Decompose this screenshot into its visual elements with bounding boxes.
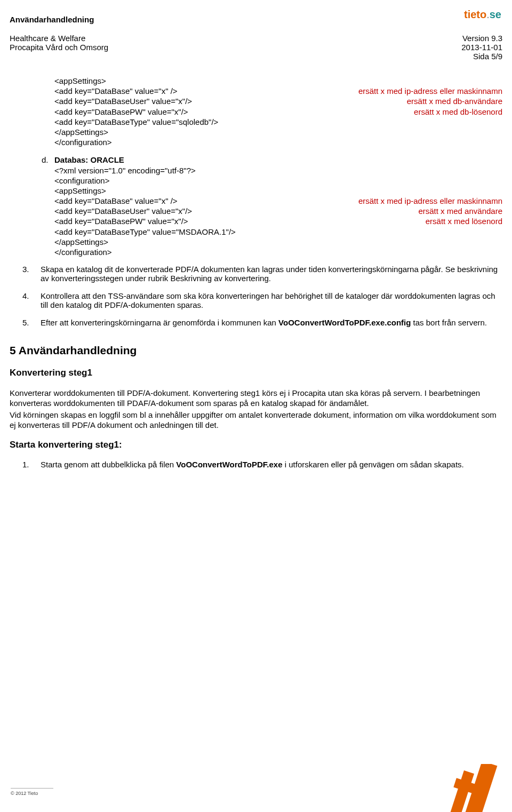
cfg-comment: ersätt x med användare [418,206,502,216]
cfg-line: <add key="DataBasePW" value="x"/> [54,216,188,226]
logo: tieto.se [464,9,501,21]
step-text: Kontrollera att den TSS-användare som sk… [41,291,502,309]
cfg-comment: ersätt x med ip-adress eller maskinnamn [358,196,502,206]
config-block-oracle: d. Databas: ORACLE <?xml version="1.0" e… [42,155,502,257]
config-block-title: Databas: ORACLE [54,155,124,165]
step-text: Efter att konverteringskörningarna är ge… [41,318,502,327]
step-num: 4. [22,291,41,309]
step-num: 5. [22,318,41,327]
footer-copyright: © 2012 Tieto [11,788,53,796]
doc-title: Användarhandledning [10,15,502,24]
cfg-line: <add key="DataBasePW" value="x"/> [54,107,188,117]
header-right-3: Sida 5/9 [473,52,502,61]
footer-logo [405,764,512,812]
cfg-line: <add key="DataBaseUser" value="x"/> [54,206,192,216]
section-5-sub1: Konvertering steg1 [10,368,502,378]
cfg-line: <add key="DataBaseUser" value="x"/> [54,96,192,106]
step-num: 1. [22,460,41,469]
step-text-bold: VoOConvertWordToPDF.exe [176,460,282,469]
section-5-title: 5 Användarhandledning [10,344,502,357]
config-block-sqloledb: <appSettings> <add key="DataBase" value=… [42,76,502,147]
section-5-sub2: Starta konvertering steg1: [10,440,502,450]
cfg-line: <appSettings> [54,76,502,86]
cfg-comment: ersätt x med db-lösenord [414,107,502,117]
step-text-c: tas bort från servern. [411,318,487,327]
section-5-para1: Konverterar worddokumenten till PDF/A-do… [10,388,502,408]
step-num: 3. [22,265,41,283]
cfg-line: </appSettings> [54,127,502,137]
header-left-2: Procapita Vård och Omsorg [10,43,108,52]
cfg-line: </configuration> [54,137,502,147]
step-text-c: i utforskaren eller på genvägen om sådan… [283,460,464,469]
step-text: Starta genom att dubbelklicka på filen V… [41,460,502,469]
step-text-bold: VoOConvertWordToPDF.exe.config [278,318,411,327]
cfg-line: <?xml version="1.0" encoding="utf-8"?> [54,165,502,176]
cfg-line: <configuration> [54,176,502,186]
list-letter: d. [42,155,54,165]
logo-tld: se [490,9,501,20]
section-5-step-1: 1. Starta genom att dubbelklicka på file… [10,460,502,469]
cfg-line: </configuration> [54,247,502,257]
step-3: 3. Skapa en katalog dit de konverterade … [22,265,502,283]
cfg-line: <appSettings> [54,186,502,196]
cfg-comment: ersätt x med ip-adress eller maskinnamn [358,86,502,96]
step-5: 5. Efter att konverteringskörningarna är… [22,318,502,327]
cfg-line: <add key="DataBase" value="x" /> [54,86,178,96]
section-5-para2: Vid körningen skapas en loggfil som bl a… [10,410,502,430]
step-text-a: Efter att konverteringskörningarna är ge… [41,318,278,327]
cfg-comment: ersätt x med lösenord [426,216,502,226]
header-right-2: 2013-11-01 [461,43,502,52]
cfg-comment: ersätt x med db-användare [407,96,502,106]
step-text: Skapa en katalog dit de konverterade PDF… [41,265,502,283]
header-right-1: Version 9.3 [462,34,502,43]
header-left-1: Healthcare & Welfare [10,34,85,43]
cfg-line: <add key="DataBaseType" value="MSDAORA.1… [54,227,502,237]
cfg-line: </appSettings> [54,237,502,247]
cfg-line: <add key="DataBase" value="x" /> [54,196,178,206]
step-text-a: Starta genom att dubbelklicka på filen [41,460,176,469]
cfg-line: <add key="DataBaseType" value="sqloledb"… [54,117,502,127]
step-4: 4. Kontrollera att den TSS-användare som… [22,291,502,309]
logo-main: tieto [464,9,486,20]
